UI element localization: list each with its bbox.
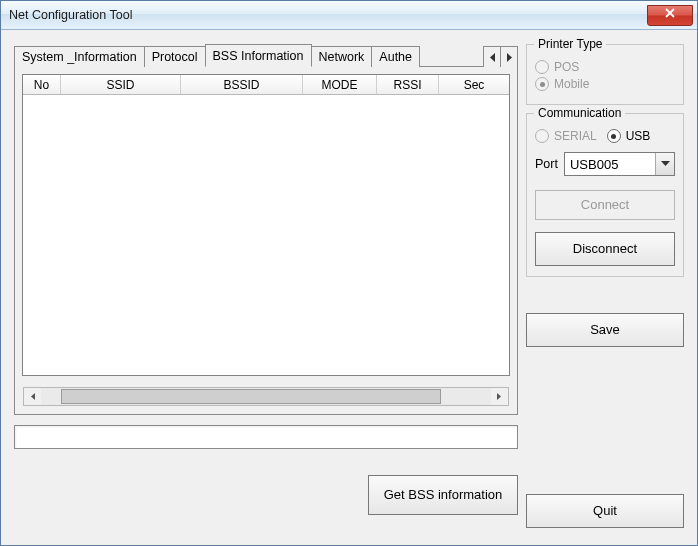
tab-network[interactable]: Network bbox=[311, 46, 373, 67]
port-label: Port bbox=[535, 157, 558, 171]
chevron-left-icon bbox=[489, 53, 496, 62]
right-pane: Printer Type POS Mobile Communication bbox=[526, 44, 684, 534]
port-value: USB005 bbox=[570, 157, 618, 172]
printer-type-legend: Printer Type bbox=[534, 37, 606, 51]
chevron-left-icon bbox=[29, 392, 36, 401]
chevron-down-icon bbox=[661, 161, 670, 167]
connect-button: Connect bbox=[535, 190, 675, 220]
col-ssid[interactable]: SSID bbox=[61, 75, 181, 95]
quit-button[interactable]: Quit bbox=[526, 494, 684, 528]
get-bss-button[interactable]: Get BSS information bbox=[368, 475, 518, 515]
tab-authentication[interactable]: Authe bbox=[371, 46, 420, 67]
chevron-right-icon bbox=[506, 53, 513, 62]
port-dropdown-button[interactable] bbox=[655, 153, 674, 175]
tab-system-information[interactable]: System _Information bbox=[14, 46, 145, 67]
comm-serial-label: SERIAL bbox=[554, 129, 597, 143]
client-area: System _Information Protocol BSS Informa… bbox=[2, 30, 696, 544]
close-icon bbox=[665, 8, 675, 18]
col-rssi[interactable]: RSSI bbox=[377, 75, 439, 95]
tab-strip: System _Information Protocol BSS Informa… bbox=[14, 44, 518, 67]
col-bssid[interactable]: BSSID bbox=[181, 75, 303, 95]
titlebar: Net Configuration Tool bbox=[1, 1, 697, 30]
radio-icon bbox=[535, 77, 549, 91]
bss-list[interactable]: No SSID BSSID MODE RSSI Sec bbox=[22, 74, 510, 376]
close-button[interactable] bbox=[647, 5, 693, 26]
window-title: Net Configuration Tool bbox=[9, 8, 132, 22]
window-controls bbox=[647, 5, 697, 26]
hscroll-right[interactable] bbox=[491, 388, 508, 405]
hscroll-thumb[interactable] bbox=[61, 389, 441, 404]
comm-usb[interactable]: USB bbox=[607, 129, 651, 143]
tab-bss-information[interactable]: BSS Information bbox=[205, 44, 312, 67]
col-sec[interactable]: Sec bbox=[439, 75, 509, 95]
tab-scroll-right[interactable] bbox=[500, 46, 518, 68]
hscroll-track[interactable] bbox=[41, 388, 491, 405]
col-no[interactable]: No bbox=[23, 75, 61, 95]
list-hscrollbar[interactable] bbox=[23, 387, 509, 406]
save-button[interactable]: Save bbox=[526, 313, 684, 347]
printer-type-mobile-label: Mobile bbox=[554, 77, 589, 91]
printer-type-pos: POS bbox=[535, 60, 675, 74]
hscroll-left[interactable] bbox=[24, 388, 41, 405]
app-window: Net Configuration Tool System _Informati… bbox=[0, 0, 698, 546]
radio-icon bbox=[535, 129, 549, 143]
comm-serial: SERIAL bbox=[535, 129, 597, 143]
status-output bbox=[14, 425, 518, 449]
tab-protocol[interactable]: Protocol bbox=[144, 46, 206, 67]
radio-icon bbox=[607, 129, 621, 143]
communication-legend: Communication bbox=[534, 106, 625, 120]
chevron-right-icon bbox=[496, 392, 503, 401]
port-combobox[interactable]: USB005 bbox=[564, 152, 675, 176]
tab-scroll bbox=[484, 46, 518, 66]
comm-usb-label: USB bbox=[626, 129, 651, 143]
left-pane: System _Information Protocol BSS Informa… bbox=[14, 44, 518, 534]
list-header: No SSID BSSID MODE RSSI Sec bbox=[23, 75, 509, 95]
communication-group: Communication SERIAL USB Port bbox=[526, 113, 684, 277]
disconnect-button[interactable]: Disconnect bbox=[535, 232, 675, 266]
tab-scroll-left[interactable] bbox=[483, 46, 501, 68]
printer-type-pos-label: POS bbox=[554, 60, 579, 74]
printer-type-group: Printer Type POS Mobile bbox=[526, 44, 684, 105]
radio-icon bbox=[535, 60, 549, 74]
col-mode[interactable]: MODE bbox=[303, 75, 377, 95]
printer-type-mobile: Mobile bbox=[535, 77, 675, 91]
tab-page: No SSID BSSID MODE RSSI Sec bbox=[14, 67, 518, 415]
